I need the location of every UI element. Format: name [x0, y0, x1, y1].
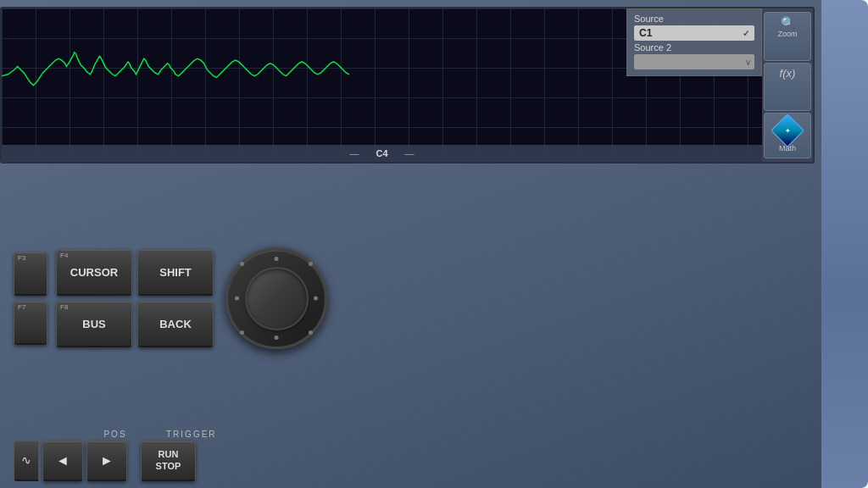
right-side-panel	[821, 0, 868, 488]
f3-key[interactable]: F3	[14, 252, 47, 296]
fx-button[interactable]: f(x)	[764, 63, 811, 112]
source-label: Source	[634, 14, 754, 24]
right-arrow-key[interactable]: ►	[86, 441, 127, 481]
bus-key[interactable]: F8 BUS	[56, 301, 132, 347]
zoom-label: Zoom	[777, 30, 797, 38]
fx-label: f(x)	[780, 67, 796, 80]
f4-small-label: F4	[60, 252, 68, 259]
math-button[interactable]: ✦ Math	[764, 113, 811, 158]
shift-key[interactable]: SHIFT	[137, 249, 214, 296]
device-container: Source C1 ✓ Source 2 ∨ 🔍 Zoom f(x)	[0, 0, 868, 488]
controls-section: F3 F7 F4 CURSOR SHIFT	[0, 167, 821, 426]
partial-func-key[interactable]: ∿	[14, 441, 39, 481]
chevron-down-icon-2: ∨	[745, 58, 751, 67]
zoom-icon: 🔍	[766, 16, 809, 30]
oscilloscope-screen: Source C1 ✓ Source 2 ∨ 🔍 Zoom f(x)	[0, 7, 815, 164]
bus-label: BUS	[82, 318, 105, 330]
left-arrow-icon: ◄	[56, 453, 70, 469]
waveform-display	[2, 25, 349, 119]
device-body: Source C1 ✓ Source 2 ∨ 🔍 Zoom f(x)	[0, 0, 821, 488]
knob-inner[interactable]	[245, 267, 309, 330]
screen-right-buttons: 🔍 Zoom f(x) ✦ Math	[762, 8, 813, 162]
f7-key[interactable]: F7	[14, 301, 47, 345]
run-label: RUN	[159, 449, 179, 460]
back-key[interactable]: BACK	[137, 301, 214, 347]
source2-label: Source 2	[634, 42, 754, 53]
pos-trigger-labels: POS TRIGGER	[14, 430, 818, 441]
channel-bar: — C4 —	[2, 145, 762, 162]
bottom-nav: POS TRIGGER ∿ ◄ ►	[0, 426, 821, 488]
right-arrow-icon: ►	[100, 453, 114, 469]
f3-label: F3	[18, 254, 25, 262]
zoom-button[interactable]: 🔍 Zoom	[764, 12, 811, 61]
pos-label: POS	[64, 430, 166, 439]
c4-label: C4	[376, 148, 387, 158]
cursor-label: CURSOR	[70, 266, 118, 279]
run-stop-key[interactable]: RUN STOP	[141, 441, 196, 481]
source-value: C1	[639, 27, 652, 39]
math-diamond-icon: ✦	[771, 114, 804, 147]
c4-dash-left: —	[349, 148, 359, 158]
rotary-knob-container	[222, 174, 331, 423]
source2-dropdown[interactable]: ∨	[634, 54, 754, 69]
f8-small-label: F8	[60, 303, 68, 311]
stop-label: STOP	[156, 461, 181, 472]
wave-symbol: ∿	[21, 453, 31, 468]
bottom-buttons-row: ∿ ◄ ► RUN STOP	[14, 441, 818, 481]
shift-label: SHIFT	[159, 266, 192, 279]
f7-label: F7	[18, 303, 25, 311]
chevron-down-icon: ✓	[743, 29, 749, 38]
source-dropdown[interactable]: C1 ✓	[634, 25, 754, 41]
left-arrow-key[interactable]: ◄	[42, 441, 83, 481]
cursor-key[interactable]: F4 CURSOR	[56, 249, 132, 296]
c4-dash-right: —	[405, 148, 415, 158]
rotary-knob[interactable]	[225, 247, 327, 349]
back-label: BACK	[159, 318, 192, 330]
trigger-label: TRIGGER	[166, 430, 251, 439]
